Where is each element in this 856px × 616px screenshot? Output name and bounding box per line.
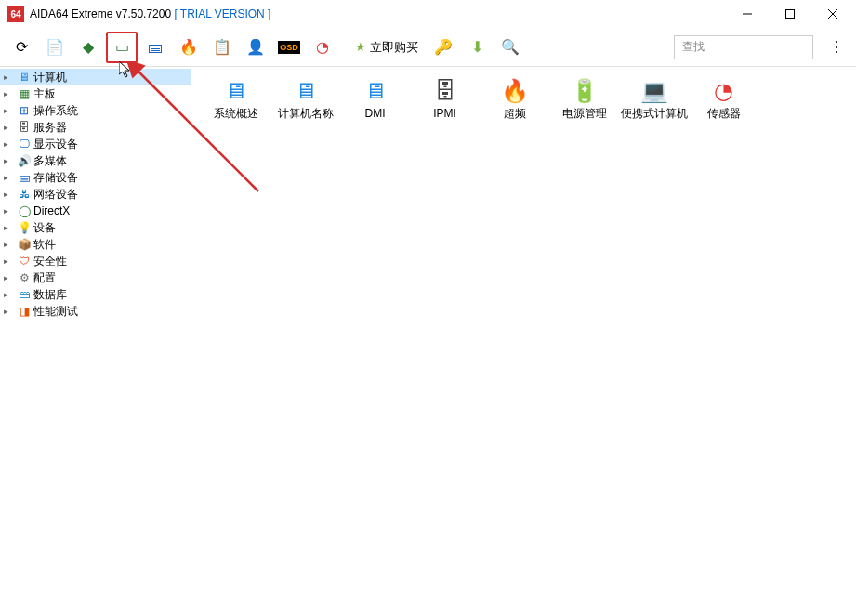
devices-icon: 💡 [17,220,32,235]
sidebar-item-network[interactable]: ▸🖧网络设备 [0,186,191,203]
content-item-overclock[interactable]: 🔥超频 [480,76,549,132]
sidebar-item-label: DirectX [33,204,70,217]
chevron-right-icon: ▸ [4,139,15,149]
document-icon: 📄 [46,38,64,56]
gauge-button[interactable]: ◔ [307,32,338,63]
minimize-button[interactable] [726,0,769,28]
content-item-overview[interactable]: 🖥系统概述 [201,76,270,132]
sidebar-item-os[interactable]: ▸⊞操作系统 [0,102,191,119]
chevron-right-icon: ▸ [4,240,15,249]
sidebar-item-label: 存储设备 [33,170,78,186]
shield-icon: 🛡 [17,254,32,269]
content-item-ipmi[interactable]: 🗄IPMI [410,76,480,132]
sidebar-item-directx[interactable]: ▸◯DirectX [0,203,191,219]
sidebar-item-security[interactable]: ▸🛡安全性 [0,253,191,269]
content-item-label: 传感器 [707,108,741,120]
sidebar-item-server[interactable]: ▸🗄服务器 [0,119,191,136]
content-item-sensor[interactable]: ◔传感器 [689,76,758,132]
refresh-button[interactable]: ⟳ [6,32,37,63]
titlebar: 64 AIDA64 Extreme v7.50.7200 [ TRIAL VER… [0,0,856,28]
osd-icon: OSD [278,41,300,54]
search-icon: 🔍 [501,38,520,56]
search-button[interactable]: 🔍 [494,32,526,63]
sidebar-item-computer[interactable]: ▸🖥计算机 [0,69,191,85]
sidebar-item-label: 显示设备 [33,137,78,152]
chevron-right-icon: ▸ [4,190,15,199]
report-button[interactable]: 📄 [39,32,71,63]
chevron-right-icon: ▸ [4,72,15,82]
sidebar-item-display[interactable]: ▸🖵显示设备 [0,136,191,152]
config-icon: ⚙ [17,270,32,285]
buy-now-button[interactable]: ★ 立即购买 [348,32,426,63]
user-button[interactable]: 👤 [240,32,271,63]
content-item-label: DMI [365,108,386,120]
monitor-button[interactable]: 📋 [206,32,238,63]
sidebar-item-label: 网络设备 [33,187,78,203]
disk-icon: 🖴 [148,39,163,56]
maximize-icon [785,9,795,19]
memory-button[interactable]: ▭ [106,32,138,63]
sidebar-item-label: 服务器 [33,120,67,136]
content-pane: 🖥系统概述 🖥计算机名称 🖥DMI 🗄IPMI 🔥超频 🔋电源管理 💻便携式计算… [191,67,856,616]
gauge-icon: ◔ [316,38,329,56]
content-item-label: 便携式计算机 [621,108,688,120]
content-item-computer-name[interactable]: 🖥计算机名称 [270,76,340,132]
search-input[interactable]: 查找 [674,35,813,59]
close-button[interactable] [811,0,854,28]
content-item-power[interactable]: 🔋电源管理 [549,76,619,132]
benchmark-icon: ◨ [17,304,32,319]
close-icon [828,9,837,19]
sidebar-item-config[interactable]: ▸⚙配置 [0,269,191,286]
sidebar-item-software[interactable]: ▸📦软件 [0,236,191,253]
osd-button[interactable]: OSD [273,32,305,63]
maximize-button[interactable] [769,0,811,28]
chevron-right-icon: ▸ [4,173,15,182]
chevron-right-icon: ▸ [4,206,15,216]
chevron-right-icon: ▸ [4,123,15,132]
sidebar-item-label: 性能测试 [33,304,78,320]
sidebar-item-label: 主板 [33,86,56,102]
key-icon: 🔑 [434,38,453,56]
user-icon: 👤 [246,38,265,56]
sidebar-item-multimedia[interactable]: ▸🔊多媒体 [0,152,191,169]
content-item-label: 计算机名称 [278,108,334,120]
battery-icon: 🔋 [570,76,599,106]
content-item-portable[interactable]: 💻便携式计算机 [619,76,689,132]
cpu-button[interactable]: ◆ [72,32,104,63]
more-icon: ⋮ [829,38,844,56]
windows-icon: ⊞ [17,103,32,118]
monitor-icon: 🖥 [361,76,390,106]
sidebar-item-label: 设备 [33,220,56,236]
sidebar-item-label: 多媒体 [33,153,67,169]
refresh-icon: ⟳ [16,38,28,56]
sidebar-item-label: 软件 [33,237,56,253]
sidebar-item-label: 数据库 [33,287,67,303]
gauge-icon: ◔ [709,76,739,106]
download-button[interactable]: ⬇ [461,32,493,63]
sidebar-item-devices[interactable]: ▸💡设备 [0,219,191,236]
content-item-dmi[interactable]: 🖥DMI [340,76,410,132]
sidebar-item-label: 安全性 [33,254,67,269]
download-icon: ⬇ [471,38,483,56]
disk-button[interactable]: 🖴 [139,32,171,63]
key-button[interactable]: 🔑 [428,32,459,63]
chevron-right-icon: ▸ [4,156,15,165]
sidebar-item-database[interactable]: ▸🗃数据库 [0,286,191,303]
stress-button[interactable]: 🔥 [173,32,204,63]
main-area: ▸🖥计算机 ▸▦主板 ▸⊞操作系统 ▸🗄服务器 ▸🖵显示设备 ▸🔊多媒体 ▸🖴存… [0,67,856,616]
laptop-icon: 💻 [639,76,669,106]
sidebar-item-label: 计算机 [33,70,67,85]
monitor-icon: 🖥 [17,70,32,85]
app-icon: 64 [7,6,24,22]
chevron-right-icon: ▸ [4,273,15,282]
sidebar-item-motherboard[interactable]: ▸▦主板 [0,85,191,102]
fire-icon: 🔥 [179,38,198,56]
svg-rect-1 [786,10,795,19]
sidebar-item-benchmark[interactable]: ▸◨性能测试 [0,303,191,320]
sidebar-item-label: 配置 [33,270,56,286]
star-icon: ★ [355,40,366,54]
more-button[interactable]: ⋮ [823,32,850,63]
chevron-right-icon: ▸ [4,256,15,266]
motherboard-icon: ▦ [17,86,32,101]
sidebar-item-storage[interactable]: ▸🖴存储设备 [0,169,191,186]
